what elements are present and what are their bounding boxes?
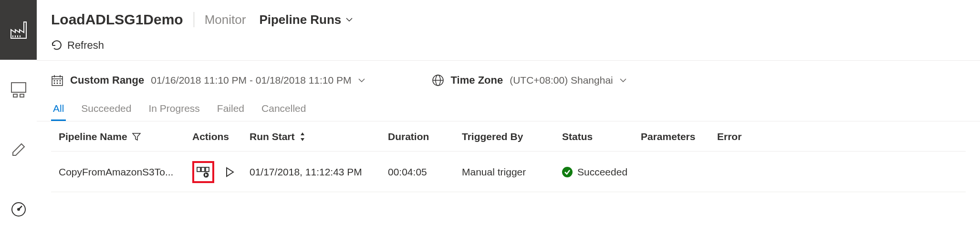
- svg-rect-4: [11, 83, 26, 92]
- cell-pipeline-name: CopyFromAmazonS3To...: [59, 166, 192, 178]
- th-run-start[interactable]: Run Start: [250, 131, 388, 142]
- play-icon: [225, 167, 235, 177]
- toolbar-row: Refresh: [37, 35, 980, 61]
- chevron-down-icon: [358, 78, 365, 82]
- main-content: LoadADLSG1Demo Monitor Pipeline Runs Ref…: [37, 0, 980, 239]
- sidebar-item-factory[interactable]: [0, 0, 37, 60]
- filter-icon: [132, 132, 141, 141]
- success-icon: [562, 167, 573, 177]
- sidebar-item-author[interactable]: [0, 120, 37, 179]
- page-title: LoadADLSG1Demo: [51, 11, 183, 28]
- th-error[interactable]: Error: [717, 131, 755, 142]
- pencil-icon: [11, 142, 26, 157]
- timezone-label: Time Zone: [451, 74, 503, 87]
- th-actions: Actions: [192, 131, 250, 142]
- th-label: Run Start: [250, 131, 295, 142]
- th-duration[interactable]: Duration: [388, 131, 462, 142]
- cell-actions: [192, 161, 250, 183]
- tab-in-progress[interactable]: In Progress: [146, 99, 201, 121]
- svg-rect-23: [201, 167, 205, 172]
- globe-icon: [432, 74, 444, 87]
- status-tabs: All Succeeded In Progress Failed Cancell…: [37, 94, 980, 121]
- th-label: Status: [562, 131, 593, 142]
- refresh-label: Refresh: [67, 39, 104, 52]
- tab-failed[interactable]: Failed: [215, 99, 246, 121]
- factory-icon: [9, 20, 29, 40]
- left-sidebar: [0, 0, 37, 239]
- th-label: Duration: [388, 131, 429, 142]
- activity-runs-icon: [197, 166, 210, 178]
- range-value: 01/16/2018 11:10 PM - 01/18/2018 11:10 P…: [151, 75, 351, 86]
- header-divider: [194, 12, 194, 27]
- table-header: Pipeline Name Actions Run Start Duration…: [51, 121, 966, 152]
- th-pipeline-name[interactable]: Pipeline Name: [59, 131, 192, 142]
- th-status[interactable]: Status: [562, 131, 641, 142]
- svg-rect-6: [20, 94, 24, 97]
- table-row[interactable]: CopyFromAmazonS3To...: [51, 152, 966, 192]
- chevron-down-icon: [620, 78, 626, 82]
- calendar-icon: [51, 74, 63, 87]
- range-label: Custom Range: [70, 74, 144, 87]
- runs-table: Pipeline Name Actions Run Start Duration…: [37, 121, 980, 192]
- tab-succeeded[interactable]: Succeeded: [79, 99, 133, 121]
- pipeline-runs-dropdown[interactable]: Pipeline Runs: [259, 12, 353, 27]
- timezone-value: (UTC+08:00) Shanghai: [510, 75, 613, 86]
- th-label: Parameters: [641, 131, 695, 142]
- svg-rect-5: [13, 94, 17, 97]
- svg-point-8: [18, 208, 20, 210]
- timezone-filter[interactable]: Time Zone (UTC+08:00) Shanghai: [432, 74, 626, 87]
- tab-cancelled[interactable]: Cancelled: [260, 99, 308, 121]
- cell-duration: 00:04:05: [388, 166, 462, 178]
- section-label: Monitor: [205, 12, 246, 27]
- th-label: Triggered By: [462, 131, 523, 142]
- cell-triggered-by: Manual trigger: [462, 166, 562, 178]
- view-activity-runs-button[interactable]: [192, 161, 214, 183]
- th-parameters[interactable]: Parameters: [641, 131, 717, 142]
- page-header: LoadADLSG1Demo Monitor Pipeline Runs: [37, 0, 980, 35]
- refresh-icon: [51, 40, 63, 51]
- overview-icon: [10, 82, 27, 98]
- dropdown-text: Pipeline Runs: [259, 12, 341, 27]
- status-text: Succeeded: [577, 166, 627, 178]
- svg-rect-22: [197, 167, 200, 172]
- th-label: Actions: [192, 131, 229, 142]
- sidebar-item-monitor[interactable]: [0, 179, 37, 239]
- date-range-filter[interactable]: Custom Range 01/16/2018 11:10 PM - 01/18…: [51, 74, 365, 87]
- cell-status: Succeeded: [562, 166, 641, 178]
- sort-icon: [300, 132, 305, 141]
- cell-run-start: 01/17/2018, 11:12:43 PM: [250, 166, 388, 178]
- th-label: Error: [717, 131, 741, 142]
- sidebar-item-overview[interactable]: [0, 60, 37, 120]
- th-label: Pipeline Name: [59, 131, 127, 142]
- svg-rect-24: [206, 167, 209, 172]
- tab-all[interactable]: All: [51, 99, 66, 121]
- refresh-button[interactable]: Refresh: [51, 39, 104, 52]
- rerun-button[interactable]: [219, 161, 241, 183]
- chevron-down-icon: [346, 18, 353, 22]
- th-triggered-by[interactable]: Triggered By: [462, 131, 562, 142]
- filter-row: Custom Range 01/16/2018 11:10 PM - 01/18…: [37, 61, 980, 94]
- gauge-icon: [10, 201, 27, 217]
